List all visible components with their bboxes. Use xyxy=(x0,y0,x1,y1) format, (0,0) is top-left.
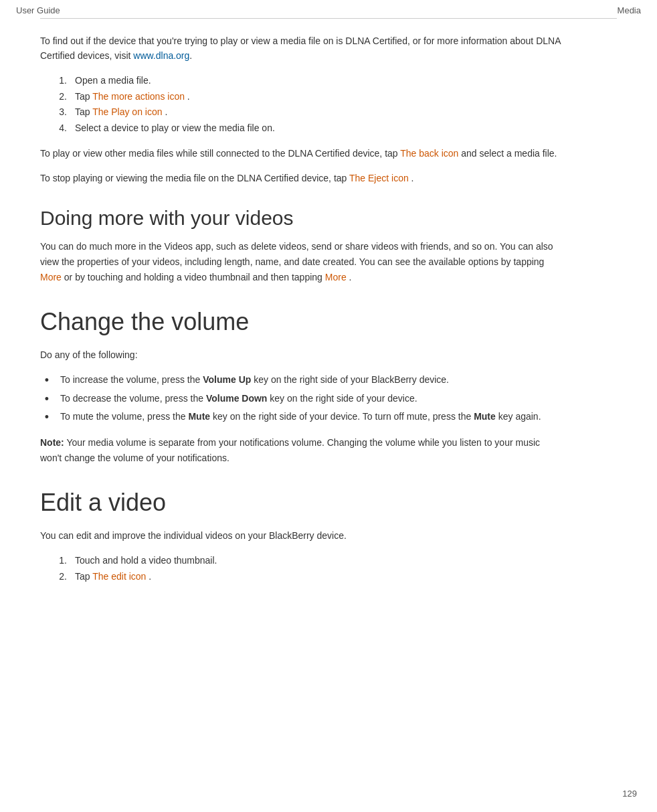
main-content: To find out if the device that you're tr… xyxy=(0,27,602,621)
bullet-volume-down: To decrease the volume, press the Volume… xyxy=(40,391,562,408)
steps-list-2: 1. Touch and hold a video thumbnail. 2. … xyxy=(40,553,562,585)
edit-icon-ref: The edit icon xyxy=(92,571,146,582)
change-volume-intro: Do any of the following: xyxy=(40,347,562,363)
dlna-link[interactable]: www.dlna.org xyxy=(133,50,189,61)
step-3-num: 3. xyxy=(40,104,67,120)
more-ref-1: More xyxy=(40,272,62,282)
note-label: Note: xyxy=(40,437,64,448)
mute-bold-2: Mute xyxy=(474,411,496,422)
para-back-icon: To play or view other media files while … xyxy=(40,146,562,161)
more-ref-2: More xyxy=(325,272,347,282)
header-divider xyxy=(40,18,617,19)
edit-step-1-text: Touch and hold a video thumbnail. xyxy=(75,553,562,569)
volume-bullets: To increase the volume, press the Volume… xyxy=(40,372,562,426)
edit-video-intro: You can edit and improve the individual … xyxy=(40,528,562,544)
edit-step-2: 2. Tap The edit icon . xyxy=(40,569,562,585)
step-3-text: Tap The Play on icon . xyxy=(75,104,562,120)
section-doing-more-heading: Doing more with your videos xyxy=(40,205,562,231)
bullet-3-text: To mute the volume, press the Mute key o… xyxy=(60,409,541,426)
step-2-text: Tap The more actions icon . xyxy=(75,89,562,105)
eject-icon-ref: The Eject icon xyxy=(349,173,409,183)
section-change-volume-heading: Change the volume xyxy=(40,307,562,338)
page-header: User Guide Media xyxy=(0,0,657,18)
step-4: 4. Select a device to play or view the m… xyxy=(40,120,562,137)
edit-step-2-num: 2. xyxy=(40,569,67,585)
steps-list-1: 1. Open a media file. 2. Tap The more ac… xyxy=(40,73,562,137)
mute-bold-1: Mute xyxy=(188,411,210,422)
page-number: 129 xyxy=(622,789,637,799)
intro-text-2: . xyxy=(189,50,192,61)
para-eject-icon: To stop playing or viewing the media fil… xyxy=(40,171,562,186)
bullet-2-text: To decrease the volume, press the Volume… xyxy=(60,391,417,408)
edit-step-1: 1. Touch and hold a video thumbnail. xyxy=(40,553,562,569)
note-paragraph: Note: Your media volume is separate from… xyxy=(40,435,562,466)
section-edit-video-heading: Edit a video xyxy=(40,487,562,519)
step-3: 3. Tap The Play on icon . xyxy=(40,104,562,120)
volume-down-bold: Volume Down xyxy=(206,393,268,404)
edit-step-2-text: Tap The edit icon . xyxy=(75,569,562,585)
step-1: 1. Open a media file. xyxy=(40,73,562,89)
more-actions-icon-ref: The more actions icon xyxy=(92,91,185,102)
edit-step-1-num: 1. xyxy=(40,553,67,569)
step-2-num: 2. xyxy=(40,89,67,105)
intro-text-1: To find out if the device that you're tr… xyxy=(40,35,561,61)
bullet-volume-up: To increase the volume, press the Volume… xyxy=(40,372,562,389)
bullet-mute: To mute the volume, press the Mute key o… xyxy=(40,409,562,426)
bullet-1-text: To increase the volume, press the Volume… xyxy=(60,372,449,389)
doing-more-body: You can do much more in the Videos app, … xyxy=(40,239,562,285)
step-4-num: 4. xyxy=(40,120,67,137)
intro-paragraph: To find out if the device that you're tr… xyxy=(40,33,562,64)
step-4-text: Select a device to play or view the medi… xyxy=(75,120,562,137)
step-2: 2. Tap The more actions icon . xyxy=(40,89,562,105)
step-1-num: 1. xyxy=(40,73,67,89)
back-icon-ref: The back icon xyxy=(400,148,458,159)
play-on-icon-ref: The Play on icon xyxy=(92,106,162,117)
step-1-text: Open a media file. xyxy=(75,73,562,89)
header-right: Media xyxy=(618,5,641,15)
volume-up-bold: Volume Up xyxy=(203,374,251,385)
header-left: User Guide xyxy=(16,5,60,15)
